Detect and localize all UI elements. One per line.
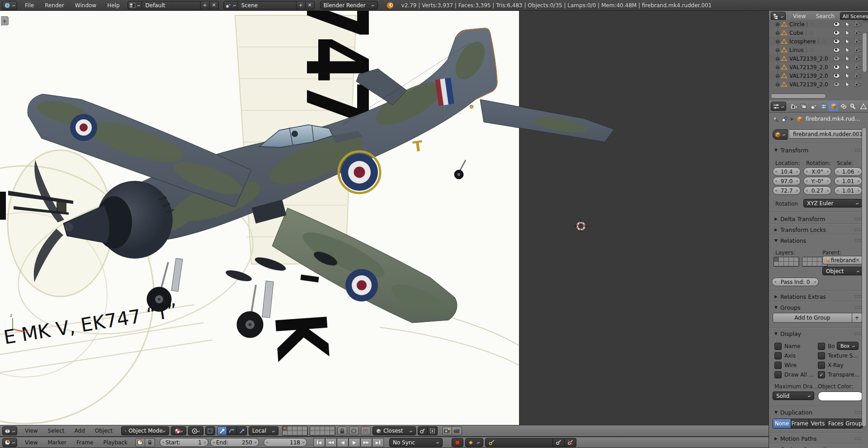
visibility-eye-icon[interactable] [833, 82, 840, 87]
pin-icon[interactable] [773, 116, 778, 122]
visibility-eye-icon[interactable] [833, 30, 840, 35]
outliner-row-cube[interactable]: ⊕ Cube| [769, 28, 863, 37]
renderability-camera-icon[interactable] [854, 65, 861, 70]
toolshelf-expand-tab[interactable]: + [1, 16, 9, 25]
panel-header-relations-extras[interactable]: ▶ Relations Extras [771, 292, 862, 301]
display-draw-all-checkbox[interactable]: Draw All … [774, 371, 814, 378]
opengl-render-anim-button[interactable] [452, 426, 462, 435]
location-y-field[interactable]: ◂97.0▸ [773, 177, 801, 185]
menu-marker[interactable]: Marker [44, 439, 71, 446]
display-wire-checkbox[interactable]: Wire [774, 362, 797, 369]
auto-keyframe-record-button[interactable] [452, 438, 463, 447]
manipulator-toggle-button[interactable] [205, 426, 215, 435]
selectable-cursor-icon[interactable] [845, 30, 850, 36]
object-color-swatch[interactable] [818, 391, 863, 401]
duplication-frame-button[interactable]: Frame [791, 419, 809, 428]
scale-x-field[interactable]: ◂1.06▸ [834, 167, 862, 176]
increment-arrow[interactable]: ▸ [204, 440, 206, 444]
renderability-camera-icon[interactable] [854, 47, 861, 52]
menu-select[interactable]: Select [44, 428, 69, 434]
frame-start-field[interactable]: ◂ Start:1 ▸ [160, 438, 208, 447]
menu-frame[interactable]: Frame [72, 439, 97, 446]
add-layout-button[interactable]: + [201, 1, 210, 9]
object-name-field[interactable]: firebrand.mk4.rudder.001 [789, 129, 867, 139]
outliner-display-mode-dropdown[interactable]: All Scenes [840, 12, 868, 20]
active-keying-set-field[interactable] [485, 438, 553, 447]
panel-header-motion-paths[interactable]: ▶ Motion Paths [771, 434, 862, 443]
new-group-button[interactable]: + [852, 313, 862, 323]
rotation-mode-dropdown[interactable]: XYZ Euler▴▾ [803, 199, 862, 207]
visibility-eye-icon[interactable] [833, 73, 840, 78]
snap-target-active-button[interactable] [418, 426, 428, 435]
panel-grip-icon[interactable] [854, 148, 862, 152]
jump-to-start-button[interactable]: ◀ [313, 438, 325, 447]
transform-orientation-dropdown[interactable]: Local▴▾ [249, 426, 278, 435]
selectable-cursor-icon[interactable] [845, 81, 850, 87]
menu-help[interactable]: Help [102, 2, 124, 9]
outliner-menu-search[interactable]: Search [811, 13, 839, 19]
scene-balls-icon[interactable] [781, 116, 788, 122]
render-engine-dropdown[interactable]: Blender Render▴▾ [320, 1, 378, 9]
tab-constraints[interactable] [839, 102, 848, 111]
add-to-group-button[interactable]: Add to Group [773, 313, 852, 323]
add-scene-button[interactable]: + [297, 1, 306, 9]
parent-object-field[interactable]: firebrand ✕ [822, 256, 863, 264]
sync-mode-dropdown[interactable]: No Sync▴▾ [389, 438, 443, 447]
panel-grip-icon[interactable] [854, 306, 862, 310]
renderability-camera-icon[interactable] [854, 39, 861, 44]
menu-view[interactable]: View [21, 428, 42, 434]
menu-file[interactable]: File [20, 2, 39, 9]
editor-type-3dview-button[interactable]: ▴▾ [2, 426, 17, 435]
scale-z-field[interactable]: ◂1.01▸ [834, 186, 862, 195]
panel-grip-icon[interactable] [854, 228, 862, 232]
outliner-row-val72139-1[interactable]: ⊕ VAL72139_2.0 [769, 54, 863, 63]
display-name-checkbox[interactable]: Name [774, 343, 800, 350]
increment-arrow[interactable]: ▸ [255, 440, 257, 444]
renderability-camera-icon[interactable] [854, 56, 861, 61]
decrement-arrow[interactable]: ◂ [162, 440, 164, 444]
scene-name[interactable]: Scene [238, 1, 297, 9]
rotation-x-field[interactable]: ◂X:0°▸ [803, 167, 831, 176]
screen-layout-name[interactable]: Default [142, 1, 201, 9]
tab-render-layers[interactable] [799, 102, 808, 111]
outliner-menu-view[interactable]: View [788, 13, 810, 19]
increment-arrow[interactable]: ▸ [302, 440, 305, 444]
menu-view-timeline[interactable]: View [21, 439, 42, 446]
properties-vertical-scrollbar[interactable] [862, 127, 867, 427]
viewport-3d[interactable]: 747 K E MK V, EK747 “T” [0, 11, 769, 425]
play-button[interactable]: ▶ [349, 438, 360, 447]
menu-object[interactable]: Object [91, 428, 117, 434]
delete-keyframe-button[interactable] [565, 438, 576, 447]
mode-dropdown[interactable]: Object Mode▴▾ [121, 426, 169, 435]
menu-window[interactable]: Window [70, 2, 101, 9]
outliner-row-val72139-2[interactable]: ⊕ VAL72139_2.0 [769, 63, 863, 71]
selectable-cursor-icon[interactable] [845, 64, 850, 70]
clear-parent-icon[interactable]: ✕ [856, 258, 859, 263]
screen-layout-browse-button[interactable]: ▴▾ [127, 1, 142, 9]
panel-header-display[interactable]: ▼ Display [771, 329, 862, 338]
selectable-cursor-icon[interactable] [845, 38, 850, 44]
object-id-icon-button[interactable]: ▴▾ [773, 129, 788, 140]
display-bounds-checkbox[interactable]: Bo [818, 343, 835, 350]
panel-grip-icon[interactable] [854, 295, 862, 299]
menu-playback[interactable]: Playback [99, 439, 132, 446]
tab-object[interactable] [829, 102, 838, 111]
panel-grip-icon[interactable] [854, 217, 862, 221]
decrement-arrow[interactable]: ◂ [266, 440, 268, 444]
aircraft-model[interactable]: T [8, 28, 614, 338]
renderability-camera-icon[interactable] [854, 82, 861, 87]
tab-scene[interactable] [809, 102, 818, 111]
panel-header-delta-transform[interactable]: ▶ Delta Transform [771, 214, 862, 223]
delete-scene-button[interactable]: ✕ [306, 1, 315, 9]
display-transparency-checkbox[interactable]: ✓Transpare… [818, 371, 860, 378]
panel-header-transform[interactable]: ▼ Transform [771, 146, 862, 155]
scale-manipulator-button[interactable] [237, 426, 247, 435]
visibility-eye-icon[interactable] [833, 39, 840, 44]
outliner-row-circle[interactable]: ⊕ Circle| [769, 20, 863, 28]
panel-grip-icon[interactable] [854, 239, 862, 243]
renderability-camera-icon[interactable] [854, 30, 861, 35]
breadcrumb-object-name[interactable]: firebrand.mk4.rud… [806, 116, 860, 122]
panel-header-custom-properties[interactable]: ▶ Custom Properties [771, 445, 862, 448]
panel-grip-icon[interactable] [854, 410, 862, 415]
rotation-z-field[interactable]: ◂0.27▸ [803, 186, 831, 195]
